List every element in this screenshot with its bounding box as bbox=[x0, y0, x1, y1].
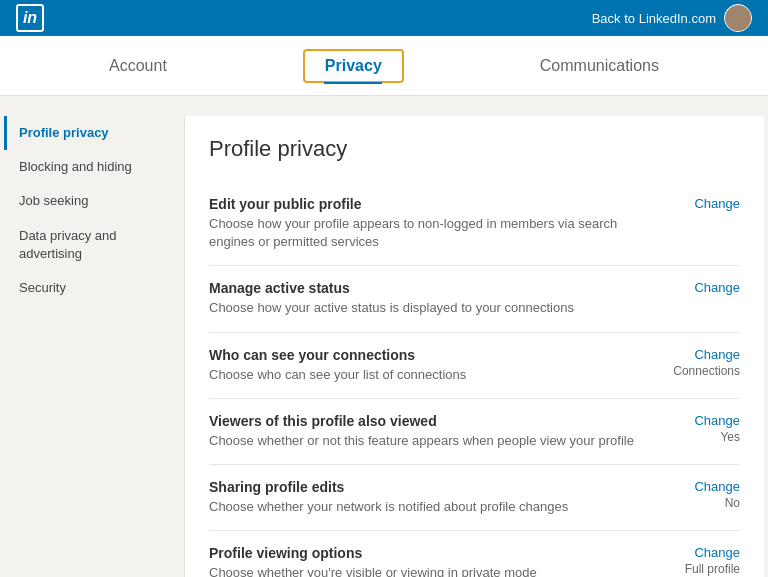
top-bar: in Back to LinkedIn.com bbox=[0, 0, 768, 36]
row-left-active-status: Manage active status Choose how your act… bbox=[209, 280, 670, 317]
row-desc-sharing-profile-edits: Choose whether your network is notified … bbox=[209, 498, 650, 516]
settings-row-sharing-profile-edits: Sharing profile edits Choose whether you… bbox=[209, 465, 740, 531]
change-sharing-profile-edits[interactable]: Change bbox=[670, 479, 740, 494]
row-title-public-profile: Edit your public profile bbox=[209, 196, 650, 212]
top-bar-right: Back to LinkedIn.com bbox=[592, 4, 752, 32]
row-left-profile-viewing: Profile viewing options Choose whether y… bbox=[209, 545, 670, 577]
change-profile-viewing[interactable]: Change bbox=[670, 545, 740, 560]
nav-tabs: Account Privacy Communications bbox=[0, 36, 768, 96]
sidebar-item-security[interactable]: Security bbox=[4, 271, 168, 305]
row-right-profile-viewing: Change Full profile bbox=[670, 545, 740, 576]
row-left-sharing-profile-edits: Sharing profile edits Choose whether you… bbox=[209, 479, 670, 516]
change-viewers-also-viewed[interactable]: Change bbox=[670, 413, 740, 428]
change-public-profile[interactable]: Change bbox=[670, 196, 740, 211]
sidebar-item-profile-privacy[interactable]: Profile privacy bbox=[4, 116, 168, 150]
value-sharing-profile-edits: No bbox=[670, 496, 740, 510]
row-title-active-status: Manage active status bbox=[209, 280, 650, 296]
row-title-sharing-profile-edits: Sharing profile edits bbox=[209, 479, 650, 495]
settings-row-profile-viewing: Profile viewing options Choose whether y… bbox=[209, 531, 740, 577]
row-title-profile-viewing: Profile viewing options bbox=[209, 545, 650, 561]
row-left-connections: Who can see your connections Choose who … bbox=[209, 347, 670, 384]
value-profile-viewing: Full profile bbox=[670, 562, 740, 576]
change-connections[interactable]: Change bbox=[670, 347, 740, 362]
page-title: Profile privacy bbox=[209, 136, 740, 162]
row-desc-public-profile: Choose how your profile appears to non-l… bbox=[209, 215, 650, 251]
tab-account[interactable]: Account bbox=[93, 49, 183, 83]
main-layout: Profile privacy Blocking and hiding Job … bbox=[4, 96, 764, 577]
row-left-viewers-also-viewed: Viewers of this profile also viewed Choo… bbox=[209, 413, 670, 450]
row-right-viewers-also-viewed: Change Yes bbox=[670, 413, 740, 444]
row-desc-connections: Choose who can see your list of connecti… bbox=[209, 366, 650, 384]
row-title-viewers-also-viewed: Viewers of this profile also viewed bbox=[209, 413, 650, 429]
tab-privacy[interactable]: Privacy bbox=[303, 49, 404, 83]
row-right-sharing-profile-edits: Change No bbox=[670, 479, 740, 510]
value-viewers-also-viewed: Yes bbox=[670, 430, 740, 444]
settings-row-public-profile: Edit your public profile Choose how your… bbox=[209, 182, 740, 266]
back-to-linkedin-link[interactable]: Back to LinkedIn.com bbox=[592, 11, 716, 26]
value-connections: Connections bbox=[670, 364, 740, 378]
content-area: Profile privacy Edit your public profile… bbox=[184, 116, 764, 577]
row-right-connections: Change Connections bbox=[670, 347, 740, 378]
row-left-public-profile: Edit your public profile Choose how your… bbox=[209, 196, 670, 251]
change-active-status[interactable]: Change bbox=[670, 280, 740, 295]
row-right-active-status: Change bbox=[670, 280, 740, 297]
row-desc-viewers-also-viewed: Choose whether or not this feature appea… bbox=[209, 432, 650, 450]
row-desc-profile-viewing: Choose whether you're visible or viewing… bbox=[209, 564, 650, 577]
sidebar-item-job-seeking[interactable]: Job seeking bbox=[4, 184, 168, 218]
tab-communications[interactable]: Communications bbox=[524, 49, 675, 83]
linkedin-logo: in bbox=[16, 4, 44, 32]
sidebar-item-blocking-hiding[interactable]: Blocking and hiding bbox=[4, 150, 168, 184]
settings-row-viewers-also-viewed: Viewers of this profile also viewed Choo… bbox=[209, 399, 740, 465]
row-desc-active-status: Choose how your active status is display… bbox=[209, 299, 650, 317]
avatar bbox=[724, 4, 752, 32]
row-title-connections: Who can see your connections bbox=[209, 347, 650, 363]
row-right-public-profile: Change bbox=[670, 196, 740, 213]
sidebar-item-data-privacy[interactable]: Data privacy and advertising bbox=[4, 219, 168, 271]
settings-row-active-status: Manage active status Choose how your act… bbox=[209, 266, 740, 332]
settings-row-connections: Who can see your connections Choose who … bbox=[209, 333, 740, 399]
sidebar: Profile privacy Blocking and hiding Job … bbox=[4, 116, 184, 577]
